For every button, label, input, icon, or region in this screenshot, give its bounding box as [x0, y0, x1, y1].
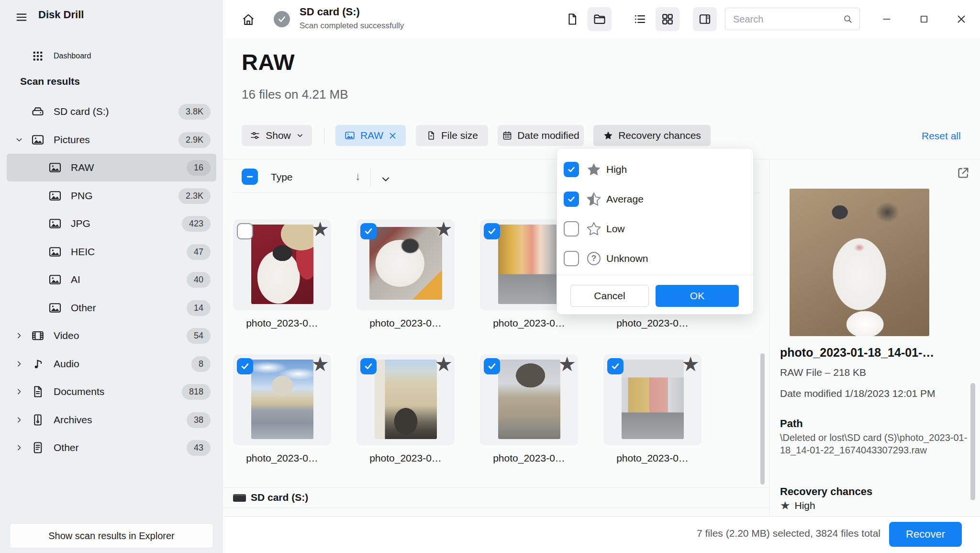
popup-option-unknown[interactable]: ? Unknown [564, 245, 746, 272]
show-scan-results-in-explorer-button[interactable]: Show scan results in Explorer [10, 523, 213, 548]
chevron-down-icon[interactable] [13, 135, 25, 145]
star-filled-icon: ★ [780, 500, 791, 511]
preview-image [790, 189, 929, 336]
sidebar-item-archives[interactable]: Archives 38 [7, 406, 216, 434]
raw-filter-chip[interactable]: RAW [335, 125, 406, 146]
list-view-button[interactable] [628, 7, 652, 31]
grid-scrollbar[interactable] [760, 353, 765, 485]
sidebar-item-png[interactable]: PNG 2.3K [7, 182, 216, 210]
popup-option-low[interactable]: Low [564, 215, 746, 242]
minimize-button[interactable] [876, 8, 898, 30]
search-input[interactable] [732, 9, 839, 30]
sidebar-item-label: Other [54, 442, 79, 453]
recovery-chances-filter-button[interactable]: Recovery chances [593, 125, 711, 146]
file-icon [31, 440, 45, 455]
select-all-checkbox[interactable] [242, 169, 258, 185]
popup-option-average[interactable]: Average [564, 186, 746, 213]
file-size-filter-button[interactable]: File size [416, 125, 488, 146]
search-box [725, 8, 860, 30]
file-checkbox[interactable] [484, 223, 500, 239]
photo-thumbnail [375, 360, 437, 439]
sidebar-item-ai[interactable]: AI 40 [7, 266, 216, 293]
file-checkbox[interactable] [607, 358, 624, 374]
recovery-chances-popup: High Average Low ? Unknown Cancel OK [557, 148, 754, 315]
preview-type-size: RAW File – 218 KB [780, 367, 866, 378]
sidebar-item-other[interactable]: Other 43 [7, 434, 216, 462]
recovery-star-icon: ★ [434, 217, 453, 241]
panel-scrollbar[interactable] [970, 383, 975, 500]
sidebar-item-video[interactable]: Video 54 [7, 322, 216, 350]
preview-recovery-label: Recovery chances [780, 485, 872, 498]
option-label: High [606, 164, 627, 175]
chevron-right-icon[interactable] [13, 331, 25, 340]
sliders-icon [249, 130, 261, 141]
file-card[interactable]: ★ [356, 219, 455, 310]
hamburger-menu-icon[interactable] [12, 8, 31, 26]
home-icon[interactable] [239, 11, 257, 29]
maximize-button[interactable] [913, 8, 935, 30]
chevron-down-icon[interactable] [380, 173, 391, 185]
sidebar-item-documents[interactable]: Documents 818 [7, 378, 216, 406]
file-card[interactable]: ★ [233, 219, 331, 310]
checkbox-unchecked[interactable] [564, 221, 579, 237]
sidebar-item-count-badge: 54 [187, 328, 211, 344]
sidebar-item-jpg[interactable]: JPG 423 [7, 210, 216, 237]
chevron-right-icon[interactable] [13, 415, 25, 425]
file-checkbox[interactable] [360, 358, 377, 374]
file-checkbox[interactable] [237, 358, 253, 374]
star-icon [603, 130, 613, 141]
image-icon [48, 272, 62, 287]
chevron-right-icon[interactable] [13, 359, 25, 369]
folder-view-button[interactable] [588, 7, 612, 31]
cancel-button[interactable]: Cancel [570, 285, 649, 307]
sidebar-item-dashboard[interactable]: Dashboard [7, 42, 216, 70]
file-card[interactable]: ★ [480, 354, 578, 445]
folder-icon [592, 12, 607, 26]
reset-all-link[interactable]: Reset all [922, 130, 961, 142]
button-label: Cancel [594, 290, 625, 302]
sidebar-item-audio[interactable]: Audio 8 [7, 350, 216, 378]
sidebar-item-raw[interactable]: RAW 16 [7, 154, 216, 181]
image-icon [48, 245, 62, 259]
file-checkbox[interactable] [237, 223, 253, 239]
checkbox-checked[interactable] [564, 192, 579, 207]
chevron-right-icon[interactable] [13, 387, 25, 396]
file-view-button[interactable] [560, 7, 584, 31]
date-modified-filter-button[interactable]: Date modified [498, 125, 584, 146]
checkbox-unchecked[interactable] [564, 251, 579, 266]
popup-option-high[interactable]: High [564, 156, 746, 183]
show-filter-button[interactable]: Show [242, 125, 312, 146]
chip-label: Recovery chances [618, 130, 701, 141]
audio-icon [31, 357, 45, 371]
drive-icon [233, 494, 246, 502]
search-icon[interactable] [842, 13, 854, 25]
checkbox-checked[interactable] [564, 162, 579, 177]
file-checkbox[interactable] [360, 223, 377, 239]
sort-column-header[interactable]: Type [271, 171, 293, 183]
sort-direction-icon[interactable]: ↓ [355, 169, 361, 183]
archive-icon [31, 413, 45, 427]
file-checkbox[interactable] [484, 358, 500, 374]
open-external-icon[interactable] [956, 166, 970, 180]
close-button[interactable] [950, 8, 972, 30]
file-card[interactable]: ★ [603, 354, 702, 445]
sidebar: Disk Drill Dashboard Scan results SD car… [0, 0, 223, 553]
recover-button[interactable]: Recover [889, 522, 962, 547]
sidebar-item-sd-card[interactable]: SD card (S:) 3.8K [7, 98, 216, 125]
sidebar-item-other-pictures[interactable]: Other 14 [7, 294, 216, 322]
grid-view-button[interactable] [656, 7, 679, 31]
close-icon[interactable] [388, 131, 397, 140]
sidebar-item-pictures[interactable]: Pictures 2.9K [7, 126, 216, 154]
divider [223, 487, 769, 488]
file-card[interactable]: ★ [356, 354, 455, 445]
selection-summary: 7 files (2.20 MB) selected, 3824 files t… [697, 528, 880, 539]
chevron-right-icon[interactable] [13, 443, 25, 452]
sidebar-item-heic[interactable]: HEIC 47 [7, 238, 216, 266]
ok-button[interactable]: OK [656, 285, 739, 307]
sidebar-item-label: JPG [71, 218, 90, 229]
file-card[interactable]: ★ [233, 354, 331, 445]
sidebar-item-label: Documents [54, 386, 104, 397]
preview-panel-toggle-button[interactable] [693, 7, 717, 31]
sidebar-item-count-badge: 40 [187, 272, 211, 288]
button-label: OK [690, 290, 704, 302]
